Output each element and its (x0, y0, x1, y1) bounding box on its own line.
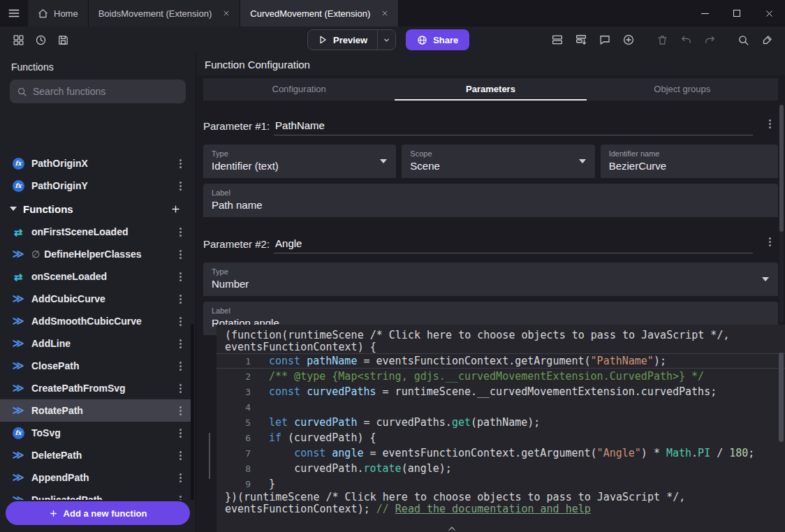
function-item-menu-icon[interactable] (172, 489, 189, 500)
collapse-caret-icon[interactable] (10, 207, 17, 211)
empty-set-glyph: ∅ (31, 249, 40, 260)
titlebar: Home BoidsMovement (Extension) CurvedMov… (0, 0, 785, 27)
function-item-menu-icon[interactable] (172, 221, 189, 242)
function-item-menu-icon[interactable] (172, 244, 189, 265)
line-number: 8 (217, 464, 269, 474)
function-item-addcubiccurve[interactable]: ≫AddCubicCurve (0, 288, 191, 310)
share-button[interactable]: Share (406, 29, 469, 50)
function-item-onfirstsceneloaded[interactable]: ⇄onFirstSceneLoaded (0, 221, 191, 243)
chevron-up-icon[interactable] (447, 525, 457, 532)
tab-configuration[interactable]: Configuration (203, 78, 395, 101)
param1-type-select[interactable]: Type Identifier (text) (203, 145, 396, 178)
close-tab-icon[interactable] (381, 10, 388, 17)
field-value: Scene (410, 160, 571, 172)
code-line-3[interactable]: 3const curvedPaths = runtimeScene.__curv… (217, 384, 785, 399)
close-window-button[interactable] (753, 0, 785, 27)
sidebar-scrollbar[interactable] (191, 324, 194, 500)
code-line-5[interactable]: 5let curvedPath = curvedPaths.get(pathNa… (217, 415, 785, 430)
function-item-menu-icon[interactable] (172, 266, 189, 287)
function-item-pathoriginy[interactable]: fxPathOriginY (0, 175, 191, 197)
add-function-button[interactable]: Add a new function (6, 501, 190, 525)
editor-scrollbar[interactable] (779, 353, 784, 442)
parameter-2-name-input[interactable]: Angle (274, 237, 753, 253)
undo-button[interactable] (676, 30, 696, 50)
search-functions-box[interactable] (10, 80, 186, 103)
function-item-menu-icon[interactable] (172, 445, 189, 466)
feedback-button[interactable] (595, 30, 615, 50)
search-functions-input[interactable] (33, 86, 179, 97)
function-item-pathoriginx[interactable]: fxPathOriginX (0, 158, 191, 175)
config-scrollbar-thumb[interactable] (779, 105, 784, 232)
param1-label-input[interactable]: Label Path name (203, 184, 778, 217)
param1-scope-select[interactable]: Scope Scene (402, 145, 594, 178)
search-button[interactable] (733, 30, 753, 50)
tab-home[interactable]: Home (28, 0, 89, 27)
export-list-button[interactable] (571, 30, 591, 50)
javascript-code-editor[interactable]: (function(runtimeScene /* Click here to … (217, 325, 785, 532)
action-function-icon: ≫ (11, 360, 25, 371)
add-circle-button[interactable] (619, 30, 638, 50)
code-line-4[interactable]: 4 (217, 399, 785, 415)
preview-button[interactable]: Preview (308, 30, 377, 50)
function-item-menu-icon[interactable] (172, 467, 189, 488)
param2-type-select[interactable]: Type Number (203, 263, 778, 296)
functions-section-header[interactable]: Functions (0, 197, 191, 221)
redo-button[interactable] (700, 30, 719, 50)
function-item-menu-icon[interactable] (172, 378, 189, 399)
function-item-menu-icon[interactable] (172, 175, 189, 196)
add-function-icon[interactable] (166, 204, 184, 214)
config-scrollbar[interactable] (779, 105, 784, 323)
function-item-menu-icon[interactable] (172, 158, 189, 174)
code-line-7[interactable]: 7 const angle = eventsFunctionContext.ge… (217, 445, 785, 461)
tab-parameters[interactable]: Parameters (395, 78, 586, 101)
code-line-2[interactable]: 2/** @type {Map<string, gdjs.__curvedMov… (217, 369, 785, 384)
section-title: Functions (23, 203, 160, 215)
code-token: /** @type {Map<string, gdjs.__curvedMove… (269, 370, 704, 383)
function-item-closepath[interactable]: ≫ClosePath (0, 355, 191, 377)
code-line-9[interactable]: 9} (217, 476, 785, 492)
code-line-8[interactable]: 8 curvedPath.rotate(angle); (217, 461, 785, 476)
function-item-menu-icon[interactable] (172, 311, 189, 332)
function-item-addline[interactable]: ≫AddLine (0, 332, 191, 355)
minimize-button[interactable] (689, 0, 721, 27)
menu-button[interactable] (0, 0, 28, 27)
parameter-1-menu-icon[interactable] (761, 113, 778, 134)
instructions-list-button[interactable] (548, 30, 567, 50)
function-item-appendpath[interactable]: ≫AppendPath (0, 466, 191, 489)
param1-identifier-name-input[interactable]: Identifier name BezierCurve (601, 145, 778, 178)
theme-button[interactable] (757, 30, 777, 50)
code-line-1[interactable]: 1const pathName = eventsFunctionContext.… (217, 353, 785, 369)
recent-projects-button[interactable] (31, 30, 50, 50)
function-item-menu-icon[interactable] (172, 355, 189, 376)
function-item-createpathfromsvg[interactable]: ≫CreatePathFromSvg (0, 377, 191, 399)
function-item-deletepath[interactable]: ≫DeletePath (0, 444, 191, 466)
project-manager-button[interactable] (8, 30, 28, 50)
documentation-link[interactable]: Read the documentation and help (395, 503, 591, 515)
function-item-menu-icon[interactable] (172, 422, 189, 443)
function-item-label: RotatePath (31, 405, 166, 416)
editor-resize-handle[interactable] (209, 433, 210, 479)
function-item-menu-icon[interactable] (172, 333, 189, 354)
function-item-rotatepath[interactable]: ≫RotatePath (0, 399, 191, 422)
function-item-duplicatedpath[interactable]: ≫DuplicatedPath (0, 489, 191, 500)
code-line-6[interactable]: 6if (curvedPath) { (217, 430, 785, 445)
function-item-tosvg[interactable]: fxToSvg (0, 422, 191, 444)
close-tab-icon[interactable] (223, 10, 230, 17)
delete-button[interactable] (652, 30, 672, 50)
function-item-menu-icon[interactable] (172, 400, 189, 421)
function-item-menu-icon[interactable] (172, 288, 189, 309)
save-button[interactable] (53, 30, 73, 50)
field-label: Label (212, 189, 770, 197)
function-item-addsmoothcubiccurve[interactable]: ≫AddSmoothCubicCurve (0, 310, 191, 332)
parameter-1-name-input[interactable]: PathName (274, 119, 753, 135)
parameter-2-menu-icon[interactable] (761, 231, 778, 252)
tab-boidsmovement[interactable]: BoidsMovement (Extension) (89, 0, 241, 27)
function-item-label: AddLine (31, 338, 166, 349)
tab-label: Home (54, 8, 78, 19)
preview-options-button[interactable] (377, 30, 395, 50)
function-item-onsceneloaded[interactable]: ⇄onSceneLoaded (0, 265, 191, 288)
tab-curvedmovement[interactable]: CurvedMovement (Extension) (240, 0, 399, 27)
function-item-definehelperclasses[interactable]: ≫∅DefineHelperClasses (0, 243, 191, 265)
tab-object-groups[interactable]: Object groups (587, 78, 778, 101)
maximize-button[interactable] (721, 0, 753, 27)
